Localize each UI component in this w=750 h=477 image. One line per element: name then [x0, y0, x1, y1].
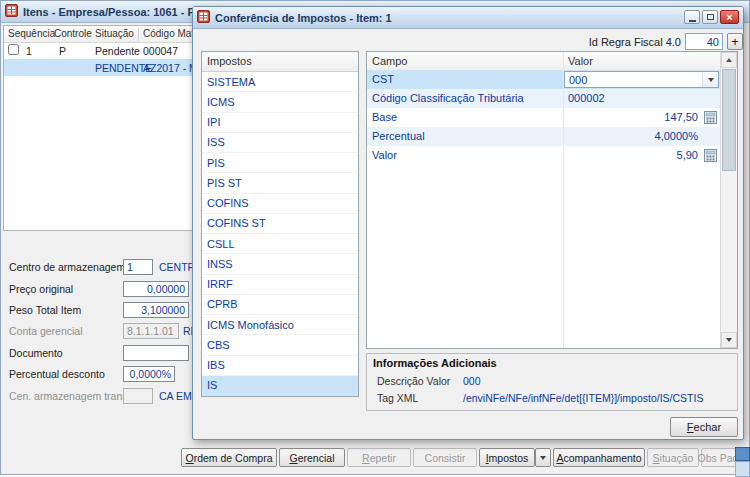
close-button[interactable]: × [720, 10, 739, 24]
scroll-down-icon [726, 338, 732, 342]
tag-xml-label: Tag XML [377, 392, 418, 404]
conta-gerencial-label: Conta gerencial [9, 323, 83, 339]
add-regra-button[interactable]: + [727, 33, 743, 50]
tax-item-ipi[interactable]: IPI [202, 113, 358, 133]
additional-info-group: Informações Adicionais Descrição Valor 0… [366, 353, 738, 411]
scroll-down-button[interactable] [721, 332, 737, 348]
percentual-desconto-label: Percentual desconto [9, 366, 105, 382]
scrollbar-thumb[interactable] [722, 69, 736, 171]
tax-item-pis-st[interactable]: PIS ST [202, 173, 358, 193]
tax-item-cbs[interactable]: CBS [202, 335, 358, 355]
col-header-controle: Controle [54, 28, 92, 39]
col-header-situacao: Situação [95, 28, 134, 39]
fields-grid: Campo Valor CST 000 Código Classificação… [366, 51, 738, 349]
centro-armazenagem-label: Centro de armazenagem [9, 259, 125, 275]
preco-original-label: Preço original [9, 281, 73, 297]
impostos-dropdown-button[interactable] [535, 448, 551, 467]
tax-item-iss[interactable]: ISS [202, 133, 358, 153]
tax-item-inss[interactable]: INSS [202, 254, 358, 274]
row-checkbox[interactable] [8, 44, 19, 55]
grid-row-base[interactable]: Base 147,50 [367, 108, 720, 127]
grid-vertical-scrollbar[interactable] [720, 52, 737, 348]
close-icon: × [726, 12, 732, 23]
minimize-button[interactable] [684, 10, 700, 24]
tax-list-header: Impostos [202, 52, 358, 72]
maximize-icon [707, 14, 714, 20]
descricao-valor-value: 000 [463, 375, 481, 387]
tax-item-icms-monofasico[interactable]: ICMS Monofásico [202, 315, 358, 335]
percentual-desconto-input[interactable] [123, 366, 175, 382]
screen: Itens - Empresa/Pessoa: 1061 - Pré Nota:… [0, 0, 750, 477]
tax-item-csll[interactable]: CSLL [202, 234, 358, 254]
tax-conference-dialog: Conferência de Impostos - Item: 1 × Id R… [192, 6, 744, 440]
background-window-fragment [735, 447, 750, 461]
tax-item-cofins[interactable]: COFINS [202, 194, 358, 214]
tax-item-cprb[interactable]: CPRB [202, 295, 358, 315]
cell-codigo: 000047 [143, 45, 178, 57]
fields-grid-header: Campo Valor [367, 52, 720, 71]
cell-situacao: Pendente [95, 45, 140, 57]
id-regra-fiscal-input[interactable] [685, 33, 723, 50]
conta-gerencial-input [123, 323, 179, 339]
centro-armazenagem-input[interactable] [123, 259, 153, 275]
tax-item-is[interactable]: IS [202, 376, 358, 396]
documento-input[interactable] [123, 345, 189, 361]
additional-info-title: Informações Adicionais [373, 357, 497, 369]
grid-row-percentual[interactable]: Percentual 4,0000% [367, 127, 720, 146]
cen-armazenagem-transf-input [123, 388, 153, 404]
id-regra-fiscal-label: Id Regra Fiscal 4.0 [493, 36, 681, 48]
scroll-up-icon [726, 58, 732, 62]
valor-column-header: Valor [568, 55, 593, 67]
chevron-down-icon[interactable] [702, 72, 718, 87]
tag-xml-value: /enviNFe/NFe/infNFe/det[{ITEM}]/imposto/… [463, 392, 703, 404]
tax-list: Impostos SISTEMA ICMS IPI ISS PIS PIS ST… [201, 51, 359, 397]
preco-original-input[interactable] [123, 281, 189, 297]
gerencial-button[interactable]: Gerencial [279, 448, 345, 467]
documento-label: Documento [9, 345, 63, 361]
grid-column-divider [563, 52, 564, 348]
impostos-button[interactable]: Impostos [479, 448, 535, 467]
grid-row-valor[interactable]: Valor 5,90 [367, 146, 720, 165]
descricao-valor-label: Descrição Valor [377, 375, 450, 387]
chevron-down-icon [540, 456, 546, 460]
background-window-fragment [735, 461, 750, 477]
tax-item-icms[interactable]: ICMS [202, 92, 358, 112]
window-controls: × [684, 10, 739, 24]
cell-controle: P [59, 45, 66, 57]
tax-item-ibs[interactable]: IBS [202, 356, 358, 376]
tax-item-cofins-st[interactable]: COFINS ST [202, 214, 358, 234]
repetir-button: Repetir [347, 448, 411, 467]
col-header-sequencia: Sequência [8, 28, 55, 39]
scroll-up-button[interactable] [721, 52, 737, 68]
maximize-button[interactable] [702, 10, 718, 24]
minimize-icon [689, 20, 696, 22]
cen-armazenagem-transf-label: Cen. armazenagem transf [9, 388, 130, 404]
cell-sequencia: 1 [26, 45, 32, 57]
tax-item-pis[interactable]: PIS [202, 153, 358, 173]
campo-column-header: Campo [372, 55, 407, 67]
peso-total-label: Peso Total Item [9, 302, 81, 318]
tax-item-sistema[interactable]: SISTEMA [202, 72, 358, 92]
fechar-button[interactable]: Fechar [670, 417, 738, 437]
tax-item-irrf[interactable]: IRRF [202, 275, 358, 295]
consistir-button: Consistir [413, 448, 477, 467]
dialog-title: Conferência de Impostos - Item: 1 [215, 12, 392, 24]
ordem-de-compra-button[interactable]: Ordem de Compra [181, 448, 277, 467]
calculator-icon[interactable] [704, 149, 717, 162]
dialog-app-icon [197, 10, 210, 25]
acompanhamento-button[interactable]: Acompanhamento [553, 448, 645, 467]
items-app-icon [5, 4, 18, 19]
cst-combobox[interactable]: 000 [564, 71, 719, 88]
calculator-icon[interactable] [704, 111, 717, 124]
peso-total-input[interactable] [123, 302, 189, 318]
grid-row-cst[interactable]: CST 000 [367, 70, 720, 89]
column-divider [138, 28, 139, 41]
grid-row-codigo-classificacao[interactable]: Código Classificação Tributária 000002 [367, 89, 720, 108]
situacao-button: Situação [647, 448, 699, 467]
dialog-titlebar[interactable]: Conferência de Impostos - Item: 1 [193, 7, 743, 29]
